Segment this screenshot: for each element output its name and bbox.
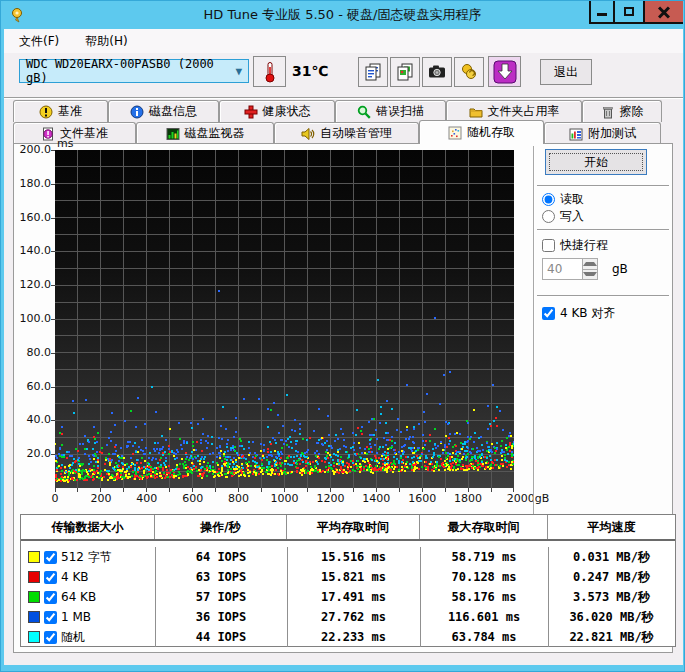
triangle-up-icon: [583, 262, 597, 266]
stat-cell-0: 44 IOPS: [155, 630, 287, 644]
legend-color-swatch: [28, 611, 40, 623]
file-benchmark-icon: [41, 127, 55, 141]
titlebar: HD Tune 专业版 5.50 - 硬盘/固态硬盘实用程序: [1, 1, 684, 29]
tab-1-1[interactable]: 磁盘信息: [108, 100, 219, 122]
tab-1-3[interactable]: 错误扫描: [335, 100, 446, 122]
stepper-down-button[interactable]: [583, 269, 597, 280]
tab-2-2[interactable]: 自动噪音管理: [274, 122, 419, 144]
download-button[interactable]: [488, 56, 521, 87]
copy-text-button[interactable]: [358, 57, 388, 87]
stat-cell-0: 57 IOPS: [155, 590, 287, 604]
tab-2-4[interactable]: 附加测试: [544, 122, 661, 144]
stats-header-3: 最大存取时间: [420, 515, 548, 539]
tab-label: 随机存取: [467, 124, 515, 141]
stepper-up-button[interactable]: [583, 259, 597, 269]
y-tick-label: 100.0: [15, 312, 51, 325]
y-axis-unit-label: ms: [57, 137, 73, 150]
write-radio[interactable]: [542, 210, 555, 223]
menu-item-0[interactable]: 文件(F): [13, 31, 65, 52]
series-checkbox[interactable]: [44, 611, 57, 624]
series-checkbox[interactable]: [44, 571, 57, 584]
tab-1-2[interactable]: 健康状态: [219, 100, 335, 122]
tab-2-3[interactable]: 随机存取: [419, 120, 544, 144]
tab-label: 磁盘监视器: [185, 125, 245, 142]
copy-image-icon: [395, 62, 415, 82]
tab-1-5[interactable]: 擦除: [582, 100, 662, 122]
legend-color-swatch: [28, 551, 40, 563]
series-checkbox[interactable]: [44, 631, 57, 644]
options-button[interactable]: [454, 57, 484, 87]
copy-image-button[interactable]: [390, 57, 420, 87]
legend-cell: 1 MB: [21, 610, 155, 624]
temperature-button[interactable]: [253, 56, 286, 87]
options-icon: [459, 62, 479, 82]
start-button[interactable]: 开始: [545, 149, 647, 175]
copy-text-icon: [363, 62, 383, 82]
tab-label: 自动噪音管理: [320, 125, 392, 142]
stats-table-header: 传输数据大小操作/秒平均存取时间最大存取时间平均速度: [21, 515, 675, 541]
tab-row-2: 文件基准磁盘监视器自动噪音管理随机存取附加测试: [13, 122, 661, 144]
stat-cell-2: 58.719 ms: [420, 550, 548, 564]
random-access-icon: [448, 126, 462, 140]
stat-cell-3: 0.031 MB/秒: [548, 549, 675, 566]
table-row: 512 字节64 IOPS15.516 ms58.719 ms0.031 MB/…: [21, 547, 675, 567]
short-stroke-size-input[interactable]: [543, 259, 582, 279]
align-4kb-checkbox[interactable]: [542, 307, 555, 320]
health-icon: [244, 105, 258, 119]
client-area: 文件(F)帮助(H) WDC WD20EARX-00PASB0 (2000 gB…: [4, 29, 683, 665]
benchmark-icon: [39, 105, 53, 119]
y-tick-label: 160.0: [15, 211, 51, 224]
panel-separator: [537, 295, 669, 297]
column-separator: [420, 547, 421, 647]
minimize-button[interactable]: [589, 1, 613, 24]
exit-button[interactable]: 退出: [540, 59, 592, 85]
screenshot-button[interactable]: [422, 57, 452, 87]
error-scan-icon: [357, 105, 371, 119]
app-icon: [9, 7, 25, 23]
extra-tests-icon: [569, 127, 583, 141]
legend-cell: 4 KB: [21, 570, 155, 584]
drive-select-dropdown[interactable]: WDC WD20EARX-00PASB0 (2000 gB) ▼: [19, 59, 249, 83]
app-window: HD Tune 专业版 5.50 - 硬盘/固态硬盘实用程序 文件(F)帮助(H…: [0, 0, 685, 672]
stat-cell-3: 36.020 MB/秒: [548, 609, 675, 626]
stat-cell-2: 63.784 ms: [420, 630, 548, 644]
aam-icon: [301, 127, 315, 141]
window-title: HD Tune 专业版 5.50 - 硬盘/固态硬盘实用程序: [1, 6, 684, 24]
random-access-tab-page: ms 20.040.060.080.0100.0120.0140.0160.01…: [13, 143, 673, 653]
start-button-label: 开始: [549, 153, 643, 171]
column-separator: [548, 547, 549, 647]
table-row: 64 KB57 IOPS17.491 ms58.176 ms3.573 MB/秒: [21, 587, 675, 607]
tab-1-0[interactable]: 基准: [13, 100, 108, 122]
short-stroke-label: 快捷行程: [560, 237, 608, 254]
series-label: 随机: [61, 629, 85, 646]
tab-label: 磁盘信息: [149, 103, 197, 120]
thermometer-icon: [261, 61, 279, 83]
read-radio-label: 读取: [560, 191, 584, 208]
series-checkbox[interactable]: [44, 551, 57, 564]
menu-item-1[interactable]: 帮助(H): [79, 31, 133, 52]
erase-icon: [601, 105, 615, 119]
legend-color-swatch: [28, 631, 40, 643]
stat-cell-0: 63 IOPS: [155, 570, 287, 584]
series-label: 512 字节: [61, 549, 112, 566]
maximize-button[interactable]: [613, 1, 643, 24]
stat-cell-1: 22.233 ms: [287, 630, 420, 644]
stat-cell-3: 3.573 MB/秒: [548, 589, 675, 606]
close-button[interactable]: [643, 1, 683, 24]
panel-separator: [537, 185, 669, 187]
y-tick-label: 180.0: [15, 177, 51, 190]
y-tick-label: 20.0: [15, 447, 51, 460]
tab-2-1[interactable]: 磁盘监视器: [136, 122, 274, 144]
y-tick-label: 80.0: [15, 346, 51, 359]
stat-cell-3: 0.247 MB/秒: [548, 569, 675, 586]
read-radio[interactable]: [542, 193, 555, 206]
series-checkbox[interactable]: [44, 591, 57, 604]
short-stroke-checkbox[interactable]: [542, 239, 555, 252]
legend-color-swatch: [28, 571, 40, 583]
stat-cell-2: 70.128 ms: [420, 570, 548, 584]
tab-1-4[interactable]: 文件夹占用率: [446, 100, 582, 122]
stat-cell-2: 58.176 ms: [420, 590, 548, 604]
tab-2-0[interactable]: 文件基准: [13, 122, 136, 144]
align-4kb-label: 4 KB 对齐: [560, 305, 615, 322]
stat-cell-3: 22.821 MB/秒: [548, 629, 675, 646]
